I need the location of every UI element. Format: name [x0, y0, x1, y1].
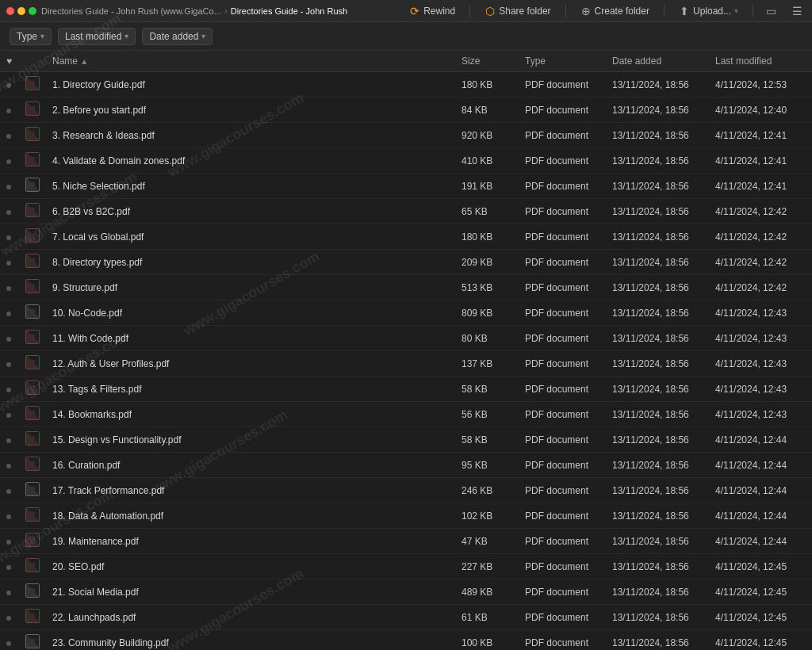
favorite-dot[interactable] — [6, 388, 11, 392]
name-cell[interactable]: 23. Community Building.pdf — [46, 630, 455, 651]
table-row[interactable]: 13. Tags & Filters.pdf58 KBPDF document1… — [0, 377, 812, 402]
name-cell[interactable]: 13. Tags & Filters.pdf — [46, 377, 455, 402]
table-row[interactable]: 6. B2B vs B2C.pdf65 KBPDF document13/11/… — [0, 199, 812, 224]
fav-cell[interactable] — [0, 326, 19, 351]
table-row[interactable]: 19. Maintenance.pdf47 KBPDF document13/1… — [0, 529, 812, 554]
fav-cell[interactable] — [0, 554, 19, 579]
table-row[interactable]: 3. Research & Ideas.pdf920 KBPDF documen… — [0, 123, 812, 148]
favorite-dot[interactable] — [6, 591, 11, 595]
fav-cell[interactable] — [0, 98, 19, 123]
name-cell[interactable]: 9. Structure.pdf — [46, 275, 455, 300]
fav-cell[interactable] — [0, 630, 19, 651]
favorite-dot[interactable] — [6, 641, 11, 646]
minimize-dot[interactable] — [17, 7, 25, 15]
name-cell[interactable]: 16. Curation.pdf — [46, 453, 455, 478]
breadcrumb-item-2[interactable]: Directories Guide - John Rush — [231, 6, 347, 16]
name-cell[interactable]: 17. Track Performance.pdf — [46, 478, 455, 503]
fav-cell[interactable] — [0, 199, 19, 224]
name-cell[interactable]: 20. SEO.pdf — [46, 554, 455, 579]
favorite-dot[interactable] — [6, 489, 11, 494]
name-cell[interactable]: 14. Bookmarks.pdf — [46, 402, 455, 427]
maximize-dot[interactable] — [29, 7, 36, 15]
col-header-last-modified[interactable]: Last modified — [709, 51, 812, 72]
favorite-dot[interactable] — [6, 210, 11, 215]
name-cell[interactable]: 6. B2B vs B2C.pdf — [46, 199, 455, 224]
breadcrumb-item-1[interactable]: Directories Guide - John Rush (www.GigaC… — [41, 6, 221, 16]
name-cell[interactable]: 5. Niche Selection.pdf — [46, 174, 455, 199]
name-cell[interactable]: 22. Launchpads.pdf — [46, 605, 455, 630]
favorite-dot[interactable] — [6, 337, 11, 342]
favorite-dot[interactable] — [6, 185, 11, 189]
favorite-dot[interactable] — [6, 464, 11, 468]
favorite-dot[interactable] — [6, 312, 11, 316]
col-header-size[interactable]: Size — [455, 51, 519, 72]
menu-icon[interactable]: ☰ — [789, 3, 806, 19]
fav-cell[interactable] — [0, 579, 19, 605]
table-row[interactable]: 10. No-Code.pdf809 KBPDF document13/11/2… — [0, 300, 812, 326]
fav-cell[interactable] — [0, 478, 19, 503]
table-row[interactable]: 18. Data & Automation.pdf102 KBPDF docum… — [0, 503, 812, 529]
name-cell[interactable]: 19. Maintenance.pdf — [46, 529, 455, 554]
favorite-dot[interactable] — [6, 261, 11, 266]
col-header-type[interactable]: Type — [519, 51, 606, 72]
create-folder-button[interactable]: ⊕ Create folder — [576, 4, 654, 18]
favorite-dot[interactable] — [6, 134, 11, 139]
table-row[interactable]: 20. SEO.pdf227 KBPDF document13/11/2024,… — [0, 554, 812, 579]
favorite-dot[interactable] — [6, 362, 11, 367]
upload-button[interactable]: ⬆ Upload... ▾ — [674, 4, 743, 18]
name-cell[interactable]: 1. Directory Guide.pdf — [46, 72, 455, 98]
name-cell[interactable]: 8. Directory types.pdf — [46, 250, 455, 275]
table-row[interactable]: 4. Validate & Domain zones.pdf410 KBPDF … — [0, 148, 812, 174]
favorite-dot[interactable] — [6, 413, 11, 418]
table-row[interactable]: 2. Before you start.pdf84 KBPDF document… — [0, 98, 812, 123]
fav-cell[interactable] — [0, 503, 19, 529]
table-row[interactable]: 9. Structure.pdf513 KBPDF document13/11/… — [0, 275, 812, 300]
table-row[interactable]: 11. With Code.pdf80 KBPDF document13/11/… — [0, 326, 812, 351]
fav-cell[interactable] — [0, 123, 19, 148]
table-row[interactable]: 15. Design vs Functionality.pdf58 KBPDF … — [0, 427, 812, 453]
table-row[interactable]: 12. Auth & User Profiles.pdf137 KBPDF do… — [0, 351, 812, 377]
type-filter-button[interactable]: Type ▾ — [10, 28, 52, 45]
favorite-dot[interactable] — [6, 235, 11, 240]
table-row[interactable]: 17. Track Performance.pdf246 KBPDF docum… — [0, 478, 812, 503]
rewind-button[interactable]: ⟳ Rewind — [404, 4, 460, 18]
name-cell[interactable]: 11. With Code.pdf — [46, 326, 455, 351]
name-cell[interactable]: 2. Before you start.pdf — [46, 98, 455, 123]
fav-cell[interactable] — [0, 377, 19, 402]
fav-cell[interactable] — [0, 351, 19, 377]
favorite-dot[interactable] — [6, 616, 11, 621]
name-cell[interactable]: 7. Local vs Global.pdf — [46, 224, 455, 250]
date-added-filter-button[interactable]: Date added ▾ — [142, 28, 213, 45]
table-row[interactable]: 23. Community Building.pdf100 KBPDF docu… — [0, 630, 812, 651]
table-row[interactable]: 16. Curation.pdf95 KBPDF document13/11/2… — [0, 453, 812, 478]
favorite-dot[interactable] — [6, 159, 11, 164]
window-icon-1[interactable]: ▭ — [763, 3, 779, 19]
fav-cell[interactable] — [0, 148, 19, 174]
fav-cell[interactable] — [0, 605, 19, 630]
fav-cell[interactable] — [0, 453, 19, 478]
name-cell[interactable]: 3. Research & Ideas.pdf — [46, 123, 455, 148]
col-header-name[interactable]: Name ▲ — [46, 51, 455, 72]
table-row[interactable]: 21. Social Media.pdf489 KBPDF document13… — [0, 579, 812, 605]
fav-cell[interactable] — [0, 402, 19, 427]
favorite-dot[interactable] — [6, 286, 11, 291]
table-row[interactable]: 14. Bookmarks.pdf56 KBPDF document13/11/… — [0, 402, 812, 427]
name-cell[interactable]: 12. Auth & User Profiles.pdf — [46, 351, 455, 377]
fav-cell[interactable] — [0, 72, 19, 98]
favorite-dot[interactable] — [6, 565, 11, 570]
share-button[interactable]: ⬡ Share folder — [480, 4, 555, 18]
fav-cell[interactable] — [0, 427, 19, 453]
fav-cell[interactable] — [0, 275, 19, 300]
table-row[interactable]: 8. Directory types.pdf209 KBPDF document… — [0, 250, 812, 275]
table-row[interactable]: 7. Local vs Global.pdf180 KBPDF document… — [0, 224, 812, 250]
table-row[interactable]: 5. Niche Selection.pdf191 KBPDF document… — [0, 174, 812, 199]
table-row[interactable]: 22. Launchpads.pdf61 KBPDF document13/11… — [0, 605, 812, 630]
favorite-dot[interactable] — [6, 540, 11, 545]
name-cell[interactable]: 10. No-Code.pdf — [46, 300, 455, 326]
favorite-dot[interactable] — [6, 109, 11, 113]
favorite-dot[interactable] — [6, 83, 11, 88]
name-cell[interactable]: 4. Validate & Domain zones.pdf — [46, 148, 455, 174]
name-cell[interactable]: 21. Social Media.pdf — [46, 579, 455, 605]
fav-cell[interactable] — [0, 224, 19, 250]
col-header-fav[interactable]: ♥ — [0, 51, 19, 72]
